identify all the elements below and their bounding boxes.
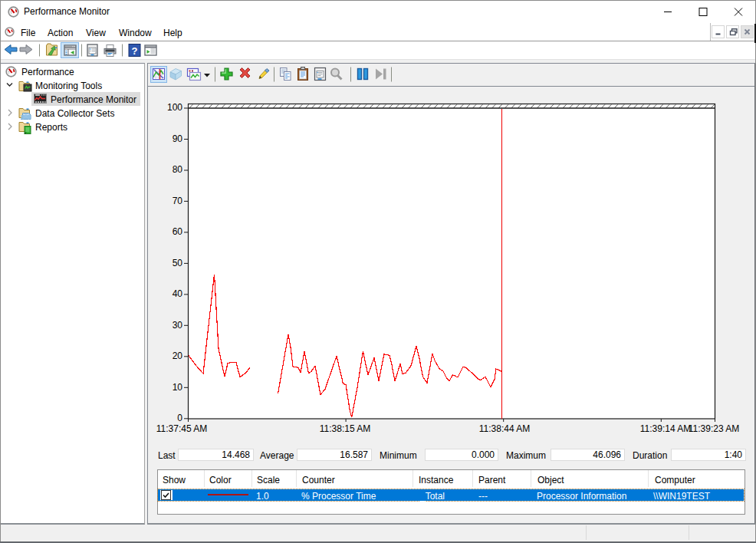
svg-text:?: ? (132, 45, 138, 57)
